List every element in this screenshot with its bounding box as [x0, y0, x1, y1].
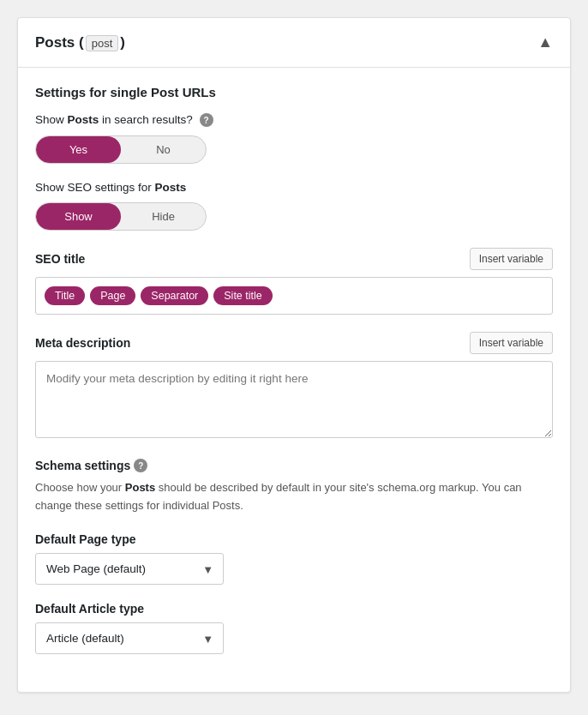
seo-title-input[interactable]: Title Page Separator Site title — [35, 277, 553, 315]
card-title: Posts (post) — [35, 34, 125, 51]
schema-description: Choose how your Posts should be describe… — [35, 479, 553, 515]
posts-card: Posts (post) ▲ Settings for single Post … — [17, 17, 571, 693]
card-header: Posts (post) ▲ — [18, 18, 570, 68]
default-article-type-label: Default Article type — [35, 602, 553, 616]
show-seo-toggle: Show Hide — [35, 202, 207, 231]
meta-description-field: Meta description Insert variable — [35, 332, 553, 442]
collapse-icon[interactable]: ▲ — [537, 33, 553, 51]
schema-help-icon[interactable]: ? — [134, 459, 147, 472]
show-posts-field: Show Posts in search results? ? Yes No — [35, 113, 553, 164]
default-page-type-select[interactable]: Web Page (default) Article Blog Post FAQ… — [35, 553, 224, 585]
show-posts-label: Show Posts in search results? ? — [35, 113, 553, 127]
toggle-yes-button[interactable]: Yes — [36, 136, 121, 163]
card-body: Settings for single Post URLs Show Posts… — [18, 68, 570, 692]
show-seo-field: Show SEO settings for Posts Show Hide — [35, 181, 553, 231]
pill-title: Title — [45, 286, 85, 305]
meta-insert-variable-button[interactable]: Insert variable — [470, 332, 553, 354]
toggle-show-button[interactable]: Show — [36, 203, 121, 230]
default-page-type-wrapper: Web Page (default) Article Blog Post FAQ… — [35, 553, 224, 585]
default-article-type-wrapper: Article (default) Blog Post News Article… — [35, 622, 224, 654]
pill-site-title: Site title — [213, 286, 272, 305]
schema-settings-label: Schema settings — [35, 459, 130, 472]
post-tag: post — [86, 35, 119, 51]
toggle-no-button[interactable]: No — [121, 136, 206, 163]
show-posts-toggle: Yes No — [35, 135, 207, 164]
seo-title-field: SEO title Insert variable Title Page Sep… — [35, 248, 553, 315]
default-article-type-select[interactable]: Article (default) Blog Post News Article… — [35, 622, 224, 654]
seo-insert-variable-button[interactable]: Insert variable — [470, 248, 553, 270]
show-seo-label: Show SEO settings for Posts — [35, 181, 553, 194]
toggle-hide-button[interactable]: Hide — [121, 203, 206, 230]
meta-desc-row: Meta description Insert variable — [35, 332, 553, 354]
pill-page: Page — [90, 286, 135, 305]
meta-description-textarea[interactable] — [35, 361, 553, 438]
default-page-type-label: Default Page type — [35, 532, 553, 546]
default-article-type-field: Default Article type Article (default) B… — [35, 602, 553, 654]
seo-title-label: SEO title — [35, 252, 85, 266]
show-posts-help-icon[interactable]: ? — [200, 113, 213, 127]
schema-settings-field: Schema settings ? Choose how your Posts … — [35, 459, 553, 654]
schema-title-row: Schema settings ? — [35, 459, 553, 472]
seo-title-row: SEO title Insert variable — [35, 248, 553, 270]
meta-desc-label: Meta description — [35, 336, 130, 350]
pill-separator: Separator — [141, 286, 208, 305]
default-page-type-field: Default Page type Web Page (default) Art… — [35, 532, 553, 585]
single-post-urls-title: Settings for single Post URLs — [35, 85, 553, 99]
